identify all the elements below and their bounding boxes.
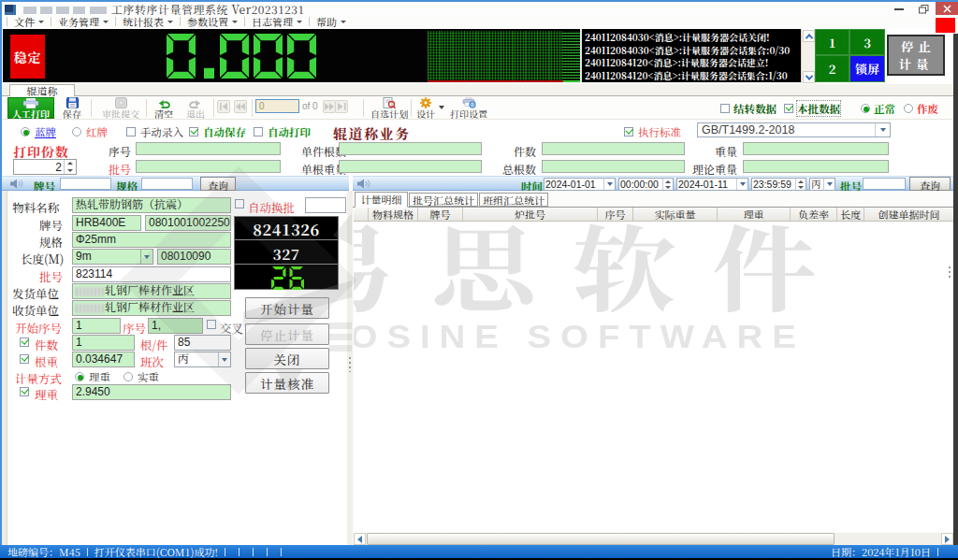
tab-measure-detail[interactable]: 计量明细 xyxy=(355,192,408,208)
batch-no-input[interactable]: 823114 xyxy=(72,266,231,282)
date-to-select[interactable]: 2024-01-11 xyxy=(676,178,748,191)
scroll-up-button[interactable] xyxy=(803,30,815,42)
actual-weight-radio[interactable]: 实重 xyxy=(123,369,159,384)
length-select[interactable]: 9m xyxy=(72,249,153,265)
length-code-input[interactable]: 08010090 xyxy=(157,249,231,265)
quick-button-3[interactable]: 3 xyxy=(849,29,885,55)
menu-help[interactable]: 帮助 xyxy=(312,15,350,28)
menu-file[interactable]: 文件 xyxy=(10,15,48,28)
brand-input[interactable]: HRB400E xyxy=(72,215,141,231)
stepper-up-button[interactable] xyxy=(65,160,76,167)
shift-select[interactable]: 丙 xyxy=(809,178,835,191)
batch-query-input[interactable] xyxy=(863,178,906,190)
stop-measure-button[interactable]: 停止计量 xyxy=(887,35,945,76)
column-furnace-batch[interactable]: 炉批号 xyxy=(463,208,598,221)
column-theory-weight[interactable]: 理重 xyxy=(718,208,791,221)
time-to-stepper[interactable]: 23:59:59 xyxy=(751,178,806,191)
tab-team-summary[interactable]: 班组汇总统计 xyxy=(479,193,548,207)
theory-weight-radio[interactable]: 理重 xyxy=(75,369,110,384)
weight-per-input[interactable] xyxy=(339,160,482,173)
blue-plate-radio[interactable]: 蓝牌 xyxy=(21,124,56,139)
scrollbar-thumb[interactable] xyxy=(367,533,835,545)
pieces-per-input[interactable] xyxy=(339,142,482,155)
batch-input[interactable] xyxy=(136,160,281,173)
verify-measure-button[interactable]: 计量核准 xyxy=(245,372,329,394)
nav-next-button[interactable] xyxy=(323,100,336,113)
menu-reports[interactable]: 统计报表 xyxy=(119,15,177,28)
log-scrollbar[interactable] xyxy=(801,30,815,83)
scroll-down-button[interactable] xyxy=(803,71,815,83)
serial-no-input[interactable]: 1, xyxy=(148,318,203,334)
close-action-button[interactable]: 关闭 xyxy=(245,348,329,369)
stepper-down-button[interactable] xyxy=(65,167,76,175)
lock-screen-button[interactable]: 锁屏 xyxy=(849,55,885,82)
manual-entry-checkbox[interactable]: 手动录入 xyxy=(126,124,183,139)
standard-select[interactable]: GB/T1499.2-2018 xyxy=(697,122,891,137)
table-body[interactable] xyxy=(354,222,953,532)
brand-query-input[interactable] xyxy=(60,178,111,190)
date-from-select[interactable]: 2024-01-01 xyxy=(544,178,616,191)
design-dropdown-arrow[interactable] xyxy=(439,106,444,109)
theory-value-input[interactable]: 2.9450 xyxy=(72,384,231,400)
current-batch-checkbox[interactable]: 本批数据 xyxy=(784,101,840,116)
record-number-input[interactable]: 0 xyxy=(255,99,299,113)
tab-roller-scale[interactable]: 辊道称 xyxy=(9,84,75,96)
print-copies-stepper[interactable]: 2 xyxy=(13,159,77,175)
checkbox-checked-icon[interactable] xyxy=(20,387,29,396)
void-radio[interactable]: 作废 xyxy=(904,101,938,116)
red-plate-radio[interactable]: 红牌 xyxy=(72,124,108,139)
menu-logs[interactable]: 日志管理 xyxy=(248,15,306,28)
spec-query-input[interactable] xyxy=(141,178,193,190)
nav-first-button[interactable] xyxy=(217,100,230,113)
weight-input[interactable] xyxy=(743,142,889,155)
column-material-spec[interactable]: 物料规格 xyxy=(369,208,418,221)
column-serial[interactable]: 序号 xyxy=(598,208,633,221)
menu-business[interactable]: 业务管理 xyxy=(54,15,112,28)
time-from-stepper[interactable]: 00:00:00 xyxy=(618,178,674,191)
clear-button[interactable]: 清空 xyxy=(150,97,178,119)
start-measure-button[interactable]: 开始计量 xyxy=(245,297,329,319)
brand-code-input[interactable]: 0801001002250 xyxy=(145,215,231,231)
save-button[interactable]: 保存 xyxy=(57,97,87,119)
start-serial-input[interactable]: 1 xyxy=(72,318,121,334)
nav-prev-button[interactable] xyxy=(234,100,247,113)
pieces-count-input[interactable]: 1 xyxy=(72,335,135,351)
normal-radio[interactable]: 正常 xyxy=(861,101,895,116)
manual-print-button[interactable]: 人工打印 xyxy=(7,97,54,119)
spec-input[interactable]: Φ25mm xyxy=(72,232,231,248)
nav-last-button[interactable] xyxy=(335,100,348,113)
sender-input[interactable]: 轧钢厂棒材作业区 xyxy=(72,283,231,299)
column-length[interactable]: 长度 xyxy=(837,208,864,221)
column-brand[interactable]: 牌号 xyxy=(418,208,463,221)
left-search-button[interactable]: 查询 xyxy=(200,177,236,191)
exit-button[interactable]: 退出 xyxy=(181,97,210,119)
column-deviation[interactable]: 负差率 xyxy=(791,208,837,221)
quick-button-2[interactable]: 2 xyxy=(815,55,849,82)
column-create-time[interactable]: 创建单据时间 xyxy=(864,208,953,221)
standard-checkbox[interactable]: 执行标准 xyxy=(624,124,681,139)
quick-button-1[interactable]: 1 xyxy=(815,29,849,55)
total-bars-input[interactable] xyxy=(542,160,685,173)
pieces-input[interactable] xyxy=(542,142,685,155)
design-button[interactable]: 设计 xyxy=(414,97,437,119)
right-search-button[interactable]: 查询 xyxy=(909,177,951,191)
checkbox-checked-icon[interactable] xyxy=(20,337,29,347)
checkbox-icon[interactable] xyxy=(235,199,244,208)
auto-save-checkbox[interactable]: 自动保存 xyxy=(189,124,246,139)
tab-batch-summary[interactable]: 批号汇总统计 xyxy=(409,193,478,207)
shift-select[interactable]: 丙 xyxy=(174,352,231,367)
stop-measure-action-button[interactable]: 停止计量 xyxy=(245,323,329,345)
scroll-left-button[interactable] xyxy=(354,533,366,545)
theory-weight-input[interactable] xyxy=(743,160,889,173)
bar-weight-input[interactable]: 0.034647 xyxy=(72,352,135,367)
print-setup-button[interactable]: 打印设置 xyxy=(448,97,489,119)
approve-submit-button[interactable]: 审批提交 xyxy=(94,97,147,119)
serial-input[interactable] xyxy=(136,142,281,155)
column-actual-weight[interactable]: 实际重量 xyxy=(633,208,718,221)
stepper-buttons[interactable] xyxy=(64,160,76,174)
material-name-input[interactable]: 热轧带肋钢筋（抗震） xyxy=(72,197,231,213)
auto-batch-input[interactable] xyxy=(305,197,346,213)
carryover-data-checkbox[interactable]: 结转数据 xyxy=(720,101,777,116)
close-button[interactable] xyxy=(936,2,958,16)
custom-plan-button[interactable]: 自选计划 xyxy=(369,97,410,119)
